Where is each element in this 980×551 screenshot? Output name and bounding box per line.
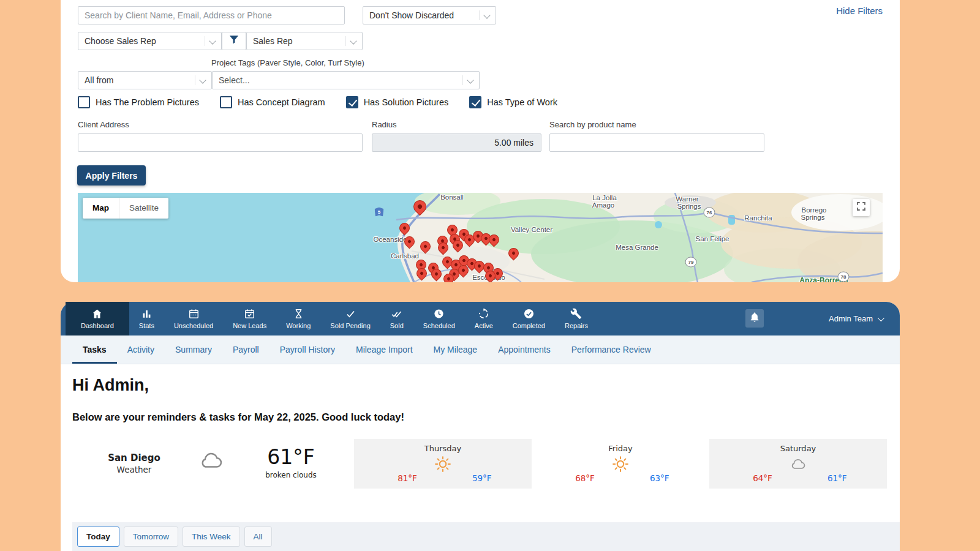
map-pin[interactable] (414, 266, 429, 280)
checkbox-has-solution-pictures[interactable]: Has Solution Pictures (346, 96, 449, 108)
task-filter-this-week[interactable]: This Week (183, 527, 240, 547)
map-pin[interactable] (506, 246, 521, 260)
chevron-down-icon (878, 314, 884, 321)
all-from-select[interactable]: All from (78, 71, 212, 89)
hide-filters-link[interactable]: Hide Filters (836, 6, 883, 16)
account-menu[interactable]: Admin Team (829, 302, 883, 335)
nav-item-sold-pending[interactable]: Sold Pending (320, 302, 380, 335)
sales-rep-filter-button[interactable] (222, 32, 246, 50)
project-tags-select[interactable]: Select... (212, 71, 480, 89)
cloud-icon (789, 455, 807, 473)
funnel-icon (228, 34, 240, 48)
tab-activity[interactable]: Activity (117, 335, 165, 364)
all-from-value: All from (85, 75, 113, 85)
project-tags-label: Project Tags (Paver Style, Color, Turf S… (211, 58, 364, 67)
map[interactable]: BonsallLa JollaAmagoWarnerSpringsBorrego… (78, 193, 883, 282)
nav-item-working[interactable]: Working (276, 302, 320, 335)
map-type-map-button[interactable]: Map (83, 198, 119, 219)
sun-icon (434, 455, 452, 473)
cloud-icon (195, 446, 227, 477)
discarded-select[interactable]: Don't Show Discarded (363, 6, 496, 24)
checkbox-row: Has The Problem PicturesHas Concept Diag… (78, 96, 557, 108)
client-address-input[interactable] (78, 133, 363, 152)
weather-widget: San Diego Weather 61°F broken clouds Thu… (61, 439, 900, 489)
greeting-title: Hi Admin, (72, 376, 149, 395)
weather-city: San Diego Weather (97, 452, 171, 474)
nav-item-scheduled[interactable]: Scheduled (413, 302, 465, 335)
sales-rep-value: Sales Rep (253, 36, 293, 46)
client-address-label: Client Address (78, 120, 129, 129)
forecast-card-friday: Friday68°F63°F (532, 439, 709, 489)
nav-item-stats[interactable]: Stats (129, 302, 164, 335)
choose-sales-rep-value: Choose Sales Rep (85, 36, 156, 46)
map-fullscreen-button[interactable] (853, 199, 870, 216)
nav-item-new-leads[interactable]: New Leads (223, 302, 276, 335)
tab-mileage-import[interactable]: Mileage Import (345, 335, 423, 364)
task-filter-strip: TodayTomorrowThis WeekAll (72, 522, 900, 551)
forecast-low: 63°F (650, 473, 669, 483)
product-search-input[interactable] (549, 133, 764, 152)
checkbox-has-concept-diagram[interactable]: Has Concept Diagram (220, 96, 325, 108)
forecast-day: Friday (532, 439, 709, 453)
forecast-high: 68°F (575, 473, 595, 483)
forecast-day: Thursday (354, 439, 532, 453)
weather-condition: broken clouds (254, 471, 328, 479)
home-icon (91, 308, 103, 320)
stats-icon (141, 308, 153, 320)
tab-my-mileage[interactable]: My Mileage (423, 335, 488, 364)
refresh-icon (478, 308, 489, 320)
greeting-subtitle: Below are your reminders & tasks for May… (72, 411, 404, 423)
map-type-satellite-button[interactable]: Satellite (119, 198, 168, 219)
nav-item-unscheduled[interactable]: Unscheduled (164, 302, 223, 335)
product-search-label: Search by product name (549, 120, 636, 129)
client-search-input[interactable] (78, 6, 345, 24)
radius-input[interactable]: 5.00 miles (372, 133, 541, 152)
radius-label: Radius (372, 120, 396, 129)
forecast-low: 59°F (472, 473, 492, 483)
checkbox-has-the-problem-pictures[interactable]: Has The Problem Pictures (78, 96, 199, 108)
notifications-button[interactable] (745, 309, 764, 328)
checkbox[interactable] (78, 96, 90, 108)
hourglass-icon (293, 308, 304, 320)
sales-rep-select[interactable]: Sales Rep (246, 32, 363, 50)
apply-filters-button[interactable]: Apply Filters (77, 165, 146, 186)
nav-item-sold[interactable]: Sold (380, 302, 413, 335)
choose-sales-rep-select[interactable]: Choose Sales Rep (78, 32, 222, 50)
page: Don't Show Discarded Hide Filters Choose… (0, 0, 980, 551)
wrench-icon (570, 308, 582, 320)
nav-item-repairs[interactable]: Repairs (555, 302, 598, 335)
calendar-icon (188, 308, 200, 320)
bell-icon (749, 312, 760, 325)
map-pin[interactable] (410, 197, 429, 216)
checkbox-has-type-of-work[interactable]: Has Type of Work (469, 96, 557, 108)
weather-temp: 61°F (254, 445, 328, 469)
task-filter-buttons: TodayTomorrowThis WeekAll (77, 527, 272, 547)
task-filter-today[interactable]: Today (77, 527, 119, 547)
dashboard-panel: DashboardStatsUnscheduledNew LeadsWorkin… (61, 302, 900, 551)
tab-performance-review[interactable]: Performance Review (561, 335, 662, 364)
filters-panel: Don't Show Discarded Hide Filters Choose… (61, 0, 900, 282)
weather-forecast: Thursday81°F59°FFriday68°F63°FSaturday64… (354, 439, 887, 489)
checkbox[interactable] (469, 96, 481, 108)
weather-city-name: San Diego (97, 452, 171, 463)
tab-payroll-history[interactable]: Payroll History (270, 335, 345, 364)
map-pin[interactable] (397, 220, 412, 235)
checkbox[interactable] (346, 96, 358, 108)
tab-payroll[interactable]: Payroll (222, 335, 270, 364)
check-icon (345, 308, 356, 320)
forecast-card-thursday: Thursday81°F59°F (354, 439, 532, 489)
tab-tasks[interactable]: Tasks (72, 335, 117, 364)
nav-item-completed[interactable]: Completed (503, 302, 555, 335)
task-filter-all[interactable]: All (244, 527, 272, 547)
nav-item-dashboard[interactable]: Dashboard (66, 302, 129, 335)
tab-appointments[interactable]: Appointments (488, 335, 561, 364)
task-filter-tomorrow[interactable]: Tomorrow (124, 527, 178, 547)
map-type-control: Map Satellite (83, 198, 168, 219)
sun-icon (611, 455, 630, 473)
tab-summary[interactable]: Summary (165, 335, 222, 364)
check-circle-icon (523, 308, 535, 320)
nav-item-active[interactable]: Active (465, 302, 503, 335)
map-pin[interactable] (418, 239, 432, 253)
map-pin[interactable] (402, 234, 417, 249)
checkbox[interactable] (220, 96, 232, 108)
